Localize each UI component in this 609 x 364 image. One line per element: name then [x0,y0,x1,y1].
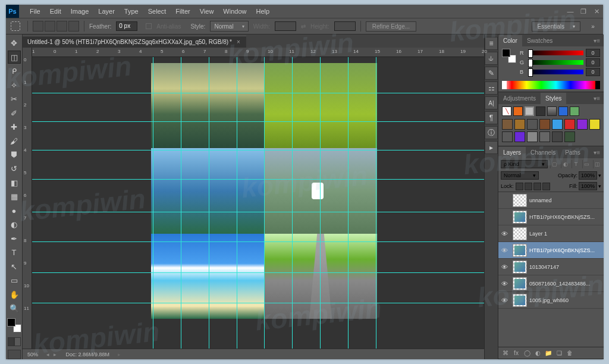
tab-styles[interactable]: Styles [541,93,566,104]
filter-smart-icon[interactable]: ◫ [593,160,601,168]
tool-eyedropper-icon[interactable]: ✐ [8,106,21,119]
tab-color[interactable]: Color [498,35,522,46]
selection-subtract-icon[interactable] [56,21,67,32]
filter-image-icon[interactable]: ▢ [550,160,558,168]
tool-eraser-icon[interactable]: ◧ [8,177,21,189]
ruler-origin[interactable] [23,48,32,57]
guide-vertical[interactable] [292,57,293,349]
fill-input[interactable]: 100% [579,182,597,190]
layer-filter-kind[interactable]: ρ Kind▾ [501,160,548,168]
layer-name[interactable]: unnamed [529,197,604,203]
lock-pos-icon[interactable] [533,183,541,190]
style-swatch[interactable] [589,119,600,130]
guide-horizontal[interactable] [32,212,484,212]
fill-adjust-icon[interactable]: ◐ [533,349,542,357]
style-swatch[interactable] [539,131,550,142]
slider-green[interactable] [528,60,583,65]
style-none-icon[interactable]: ╲ [502,106,511,116]
maximize-button[interactable]: ❐ [577,5,590,17]
layer-row[interactable]: 👁HTB1i7pHX6QnBKNjSZS... [498,242,604,259]
lock-trans-icon[interactable] [516,183,523,190]
status-menu-icon[interactable]: ▸ [118,352,121,357]
filter-shape-icon[interactable]: ▭ [582,160,591,168]
filter-type-icon[interactable]: T [572,160,580,168]
layer-row[interactable]: 👁1013047147 [498,259,604,275]
tool-lasso-icon[interactable]: ᑭ [8,65,21,77]
selection-add-icon[interactable] [45,21,55,32]
tool-hand-icon[interactable]: ✋ [8,288,21,300]
guide-horizontal[interactable] [32,150,484,150]
layer-name[interactable]: 1005.jpg_wh860 [529,297,604,303]
tool-dodge-icon[interactable]: ◐ [8,218,21,231]
link-layers-icon[interactable]: ⌘ [501,349,510,357]
workspace-switcher[interactable]: Essentials [532,21,580,32]
style-swatch[interactable] [547,106,557,116]
guide-vertical[interactable] [153,57,153,349]
lock-pixel-icon[interactable] [525,183,532,190]
nav-arrows[interactable]: ◂ ▸ [46,352,58,357]
color-fgbg-swatch[interactable] [502,49,516,63]
guide-vertical[interactable] [209,57,209,349]
filter-adjust-icon[interactable]: ◐ [561,160,569,168]
tool-type-icon[interactable]: T [8,246,21,259]
tab-channels[interactable]: Channels [526,147,560,158]
mask-icon[interactable]: ◯ [522,349,532,357]
ruler-horizontal[interactable]: 1012345678910111213141516171819202 [23,48,484,57]
layer-thumbnail[interactable] [513,211,527,224]
delete-layer-icon[interactable]: 🗑 [565,349,575,357]
close-button[interactable]: ✕ [590,5,603,17]
menu-type[interactable]: Type [120,5,143,17]
tool-healing-icon[interactable]: ✚ [8,121,21,133]
dock-info-icon[interactable]: ⓘ [485,126,498,139]
layer-name[interactable]: HTB1i7pHX6QnBKNjSZS... [529,247,604,253]
value-green[interactable]: 0 [586,58,600,67]
panel-menu-icon[interactable]: ▾≡ [590,35,604,46]
layer-name[interactable]: HTB1i7pHX6QnBKNjSZS... [529,214,604,220]
guide-vertical[interactable] [264,57,265,349]
fx-icon[interactable]: fx [511,349,521,357]
tool-zoom-icon[interactable]: 🔍 [8,302,21,315]
visibility-toggle-icon[interactable]: 👁 [498,263,510,271]
tool-magicwand-icon[interactable]: ✧ [8,79,21,91]
guide-horizontal[interactable] [32,179,484,180]
minimize-button[interactable]: — [564,5,577,17]
visibility-toggle-icon[interactable]: 👁 [498,247,510,254]
tab-layers[interactable]: Layers [498,147,526,158]
guide-vertical[interactable] [237,57,237,349]
tool-pen-icon[interactable]: ✒ [8,233,21,245]
layer-thumbnail[interactable] [513,277,527,290]
style-swatch[interactable] [564,131,575,142]
tool-marquee-icon[interactable]: ◫ [8,51,21,63]
screenmode-toggle[interactable] [8,350,21,359]
layer-name[interactable]: 050871600_142483486... [529,281,604,287]
guide-horizontal[interactable] [32,93,484,93]
style-select[interactable]: Normal [210,21,248,32]
visibility-toggle-icon[interactable]: 👁 [498,230,510,237]
menu-help[interactable]: Help [251,5,274,17]
tool-crop-icon[interactable]: ✂ [8,93,21,105]
layer-row[interactable]: unnamed [498,192,604,209]
style-swatch[interactable] [514,131,525,142]
layer-row[interactable]: 👁1005.jpg_wh860 [498,292,604,309]
visibility-toggle-icon[interactable]: 👁 [498,280,510,287]
visibility-toggle-icon[interactable]: 👁 [498,297,510,304]
menu-layer[interactable]: Layer [93,5,120,17]
document-tab[interactable]: Untitled-1 @ 50% (HTB1i7pHX6QnBKNjSZSgq6… [23,36,246,48]
style-swatch[interactable] [564,119,575,130]
guide-vertical[interactable] [348,57,349,349]
menu-edit[interactable]: Edit [45,5,66,17]
layer-thumbnail[interactable] [513,194,527,207]
slider-blue[interactable] [528,70,583,74]
menu-file[interactable]: File [25,5,45,17]
slider-red[interactable] [528,51,583,55]
style-swatch[interactable] [514,119,525,130]
guide-vertical[interactable] [181,57,181,349]
dock-brushes-icon[interactable]: ⚏ [485,81,498,95]
layer-thumbnail[interactable] [513,244,527,257]
style-swatch[interactable] [502,131,513,142]
guide-horizontal[interactable] [32,303,484,303]
guide-vertical[interactable] [320,57,321,349]
tool-blur-icon[interactable]: ● [8,205,21,217]
value-blue[interactable]: 0 [586,68,600,76]
menu-window[interactable]: Window [218,5,251,17]
